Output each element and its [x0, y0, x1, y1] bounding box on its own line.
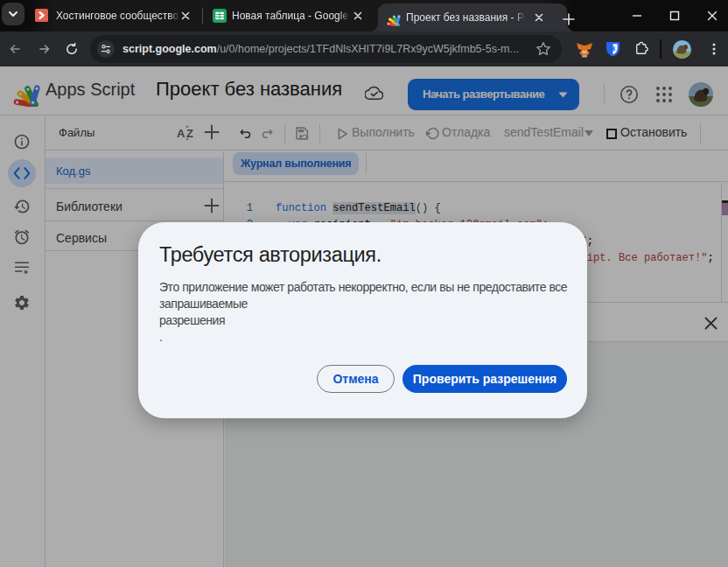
svg-text:B: B [611, 45, 616, 52]
